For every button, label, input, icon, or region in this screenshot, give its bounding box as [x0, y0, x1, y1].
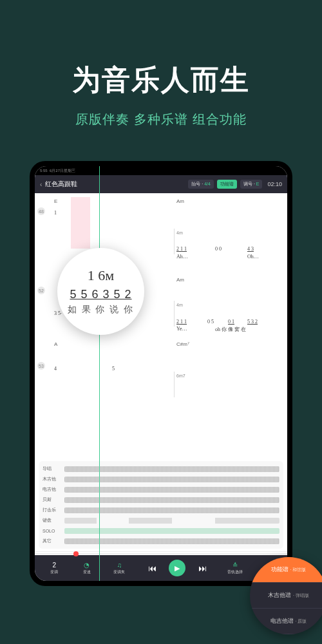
- score-popup: 功能谱· 和弦版木吉他谱· 弹唱版电吉他谱· 原版: [250, 557, 322, 634]
- badge-key[interactable]: 调号 · E: [240, 180, 263, 189]
- badge-score-type[interactable]: 功能谱: [217, 180, 237, 189]
- waveform[interactable]: [64, 518, 279, 524]
- next-button[interactable]: ⏭: [187, 564, 218, 573]
- chord-label: A: [54, 341, 57, 347]
- play-button[interactable]: ▶: [169, 560, 185, 576]
- track-name: 打击乐: [43, 507, 62, 513]
- waveform[interactable]: [64, 497, 279, 503]
- chord-label: Am: [176, 277, 184, 283]
- waveform[interactable]: [64, 466, 279, 472]
- badge-time-sig[interactable]: 拍号 · 4/4: [188, 180, 214, 189]
- notation: Oh…: [247, 254, 259, 260]
- track-row[interactable]: 贝斯: [39, 495, 283, 505]
- chord-label: Am: [176, 198, 184, 204]
- track-name: 导唱: [43, 466, 62, 472]
- track-name: 键盘: [43, 517, 62, 524]
- notation: 4 3: [247, 246, 254, 252]
- measure-label: 4m: [176, 303, 183, 307]
- waveform[interactable]: [64, 507, 279, 513]
- zoom-lyrics: 如 果 你 说 你: [68, 304, 135, 316]
- play-icon: ▶: [175, 564, 180, 573]
- playhead[interactable]: [99, 166, 100, 581]
- status-bar: 5:55 6月27日星期三: [35, 166, 287, 175]
- notation: oh 你 像 窝 在: [215, 326, 246, 333]
- track-row[interactable]: 木吉他: [39, 474, 283, 484]
- notation: 2 1 1: [176, 319, 187, 325]
- track-name: 贝斯: [43, 497, 62, 503]
- notation: 4: [54, 366, 57, 372]
- notation: 1: [54, 210, 57, 216]
- sliders-icon: ≛: [232, 562, 238, 569]
- track-row[interactable]: SOLO: [39, 526, 283, 536]
- zoom-chord: 1 6м: [88, 267, 114, 284]
- tablet-frame: 5:55 6月27日星期三 ‹ 红色高跟鞋 拍号 · 4/4 功能谱 调号 · …: [30, 161, 292, 586]
- measure-label: 6m7: [176, 374, 185, 378]
- track-select-button[interactable]: ≛ 音轨选择: [220, 562, 251, 575]
- track-row[interactable]: 导唱: [39, 464, 283, 474]
- track-row[interactable]: 打击乐: [39, 505, 283, 515]
- controls: 2 变调 ◔ 变速 ♫ 变调夹 ⏮ ▶ ⏭ ≛ 音轨选择 ♪ 乐谱设置: [35, 555, 287, 581]
- notation: 0 0: [215, 246, 222, 252]
- track-row[interactable]: 其它: [39, 536, 283, 546]
- notation: 5 3 2: [247, 319, 258, 325]
- topbar: ‹ 红色高跟鞋 拍号 · 4/4 功能谱 调号 · E 02:10: [35, 175, 287, 193]
- back-icon[interactable]: ‹: [40, 181, 42, 188]
- row-number: 52: [37, 287, 45, 294]
- notation: 5: [112, 366, 115, 372]
- next-icon: ⏭: [198, 564, 207, 573]
- notation: Ye…: [176, 326, 187, 332]
- hero-title: 为音乐人而生: [0, 61, 322, 99]
- chord-label: C#m⁷: [176, 341, 189, 347]
- prev-button[interactable]: ⏮: [137, 564, 168, 573]
- notation: 3 5·: [54, 310, 62, 316]
- row-number: 48: [37, 207, 45, 215]
- capo-icon: ♫: [117, 562, 122, 569]
- measure-label: 4m: [176, 231, 183, 235]
- notation: 0 1: [228, 319, 234, 325]
- waveform[interactable]: [64, 528, 279, 534]
- hero-subtitle: 原版伴奏 多种乐谱 组合功能: [0, 111, 322, 128]
- notation: 0 5: [207, 319, 214, 325]
- track-panel: 导唱木吉他电吉他贝斯打击乐键盘SOLO其它: [39, 461, 283, 549]
- track-row[interactable]: 电吉他: [39, 484, 283, 495]
- waveform[interactable]: [64, 487, 279, 493]
- screen: 5:55 6月27日星期三 ‹ 红色高跟鞋 拍号 · 4/4 功能谱 调号 · …: [35, 166, 287, 581]
- speed-button[interactable]: ◔ 变速: [71, 562, 103, 575]
- sheet-music[interactable]: EAmAmAC#m⁷4m4m6m748525312 1 10 04 3Ah…Oh…: [35, 193, 287, 459]
- duration: 02:10: [267, 181, 282, 187]
- notation: 2 1 1: [176, 246, 187, 252]
- chord-label: E: [54, 198, 57, 204]
- zoom-notes: 5 5 6 3 5 2: [70, 288, 131, 301]
- waveform[interactable]: [64, 538, 279, 544]
- track-name: 其它: [43, 538, 62, 544]
- gauge-icon: ◔: [84, 562, 90, 569]
- track-row[interactable]: 键盘: [39, 515, 283, 526]
- transpose-button[interactable]: 2 变调: [39, 562, 70, 575]
- popup-option[interactable]: 电吉他谱· 原版: [250, 609, 322, 634]
- song-title: 红色高跟鞋: [45, 180, 185, 189]
- zoom-lens: 1 6м5 5 6 3 5 2如 果 你 说 你: [57, 248, 144, 335]
- timeline-marker[interactable]: [73, 551, 79, 556]
- track-name: 电吉他: [43, 486, 62, 493]
- track-name: 木吉他: [43, 476, 62, 482]
- row-number: 53: [37, 362, 45, 370]
- waveform[interactable]: [64, 477, 279, 482]
- notation: Ah…: [176, 254, 188, 260]
- capo-button[interactable]: ♫ 变调夹: [104, 562, 135, 575]
- timeline[interactable]: [35, 551, 287, 555]
- prev-icon: ⏮: [148, 564, 156, 573]
- track-name: SOLO: [43, 529, 62, 533]
- popup-option[interactable]: 木吉他谱· 弹唱版: [250, 583, 322, 609]
